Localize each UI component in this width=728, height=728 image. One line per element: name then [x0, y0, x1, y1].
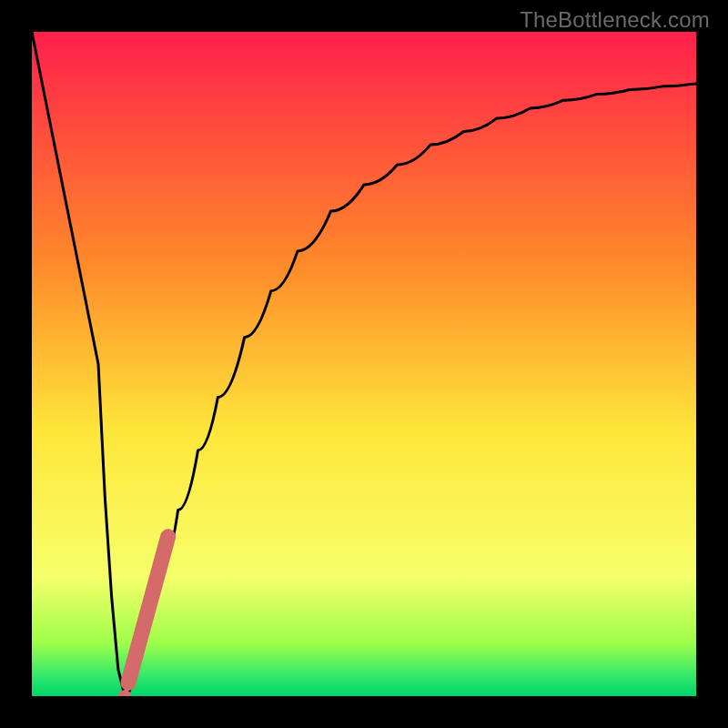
watermark-text: TheBottleneck.com — [520, 7, 710, 33]
chart-frame: TheBottleneck.com — [0, 0, 728, 728]
gradient-background — [32, 32, 696, 696]
chart-svg — [32, 32, 696, 696]
plot-area — [32, 32, 696, 696]
